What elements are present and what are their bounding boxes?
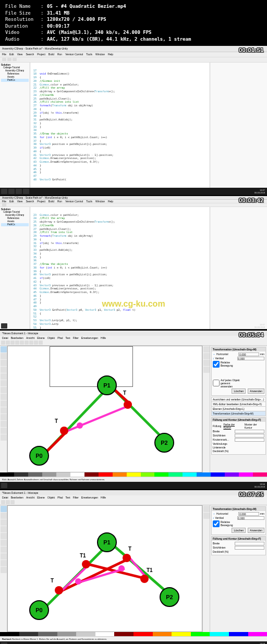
toolbar-stop-icon[interactable]	[13, 58, 17, 61]
tb-zoom-icon[interactable]	[39, 341, 43, 345]
toolbar-debug-icon[interactable]	[2, 58, 6, 61]
windows-start-icon[interactable]	[1, 323, 7, 329]
node-t-left[interactable]	[60, 427, 68, 435]
text-tool-icon[interactable]	[1, 553, 7, 560]
tb-undo-icon[interactable]	[20, 341, 24, 345]
taskbar-1[interactable]: 14:0706.03.2018	[0, 188, 267, 195]
menu-tools[interactable]: Tools	[86, 200, 92, 203]
inp-horizontal[interactable]: 0,000	[238, 353, 259, 356]
windows-start-icon[interactable]	[1, 189, 7, 194]
task-icon[interactable]	[23, 189, 29, 194]
color-palette-4[interactable]	[0, 632, 267, 636]
right-panel-4[interactable]: Transformation (Umschalt+Strg+M) ↔Horizo…	[210, 505, 267, 632]
pencil-tool-icon[interactable]	[1, 540, 7, 546]
task-icon[interactable]	[16, 189, 22, 194]
node-t1-right[interactable]	[123, 554, 131, 562]
menu-hilfe[interactable]: Hilfe	[101, 496, 106, 499]
rect-tool-icon[interactable]	[1, 519, 7, 526]
connector-tool-icon[interactable]	[1, 434, 7, 441]
snap-bbox-icon[interactable]	[203, 367, 210, 373]
pencil-tool-icon[interactable]	[1, 387, 7, 393]
gradient-tool-icon[interactable]	[1, 560, 7, 566]
menu-file[interactable]: File	[2, 200, 6, 203]
tb-open-icon[interactable]	[6, 341, 10, 345]
node-interp[interactable]	[77, 422, 83, 429]
menu-pfad[interactable]: Pfad	[57, 336, 63, 339]
inp-v4[interactable]: 0,000	[237, 516, 265, 520]
menu-tools[interactable]: Tools	[86, 53, 92, 56]
code-editor-1[interactable]: 1718192021222324252627282930313233343536…	[30, 63, 210, 188]
inp-vertical[interactable]: 0,000	[237, 357, 265, 360]
menu-build[interactable]: Build	[48, 200, 54, 203]
chk-apply-each[interactable]	[213, 380, 220, 386]
snap-icon[interactable]	[203, 346, 210, 353]
star-tool-icon[interactable]	[1, 373, 7, 380]
selector-tool-icon[interactable]	[1, 346, 7, 353]
solution-explorer-2[interactable]: Solution Cabege-Tutorial Assembly-CSharp…	[0, 207, 30, 330]
chk-relative-4[interactable]	[213, 520, 220, 527]
toolbar-play-icon[interactable]	[7, 58, 11, 61]
menubar-1[interactable]: File Edit View Search Project Build Run …	[0, 52, 267, 57]
node-p2[interactable]: P2	[154, 433, 174, 453]
bezier-tool-icon[interactable]	[1, 546, 7, 553]
menu-run[interactable]: Run	[57, 200, 62, 203]
menu-hilfe[interactable]: Hilfe	[101, 336, 106, 339]
menu-objekt[interactable]: Objekt	[47, 336, 55, 339]
command-bar-4[interactable]	[202, 505, 210, 632]
text-tool-icon[interactable]	[1, 407, 7, 414]
dropper-tool-icon[interactable]	[1, 421, 7, 427]
task-icon[interactable]	[8, 189, 15, 194]
tb-print-icon[interactable]	[15, 341, 19, 345]
calligraphy-tool-icon[interactable]	[1, 400, 7, 407]
section-transform[interactable]: Transformation (Umschalt+Strg+M)	[212, 411, 265, 416]
color-palette[interactable]	[0, 472, 267, 477]
menubar-4[interactable]: Datei Bearbeiten Ansicht Ebene Objekt Pf…	[0, 495, 267, 500]
gradient-tool-icon[interactable]	[1, 414, 7, 420]
menu-edit[interactable]: Edit	[9, 53, 14, 56]
menu-datei[interactable]: Datei	[2, 336, 8, 339]
chk-relative[interactable]	[213, 361, 220, 368]
ellipse-tool-icon[interactable]	[1, 526, 7, 532]
menu-window[interactable]: Window	[95, 200, 105, 203]
toolbar-debug-icon[interactable]	[2, 203, 6, 206]
menu-filter[interactable]: Filter	[73, 496, 79, 499]
menu-project[interactable]: Project	[37, 200, 45, 203]
tb-paste-icon[interactable]	[34, 341, 38, 345]
node-t0[interactable]	[55, 586, 63, 594]
system-tray[interactable]: 14:0706.03.2018	[254, 189, 266, 194]
menu-view[interactable]: View	[17, 200, 23, 203]
tool-palette-4[interactable]	[0, 505, 7, 632]
solution-explorer[interactable]: Solution Cabege-Tutorial Assembly-CSharp…	[0, 63, 30, 188]
windows-start-icon[interactable]	[1, 642, 7, 644]
node-interp-b[interactable]	[118, 565, 125, 572]
menu-pfad[interactable]: Pfad	[57, 496, 63, 499]
menu-bearbeiten[interactable]: Bearbeiten	[11, 336, 23, 339]
tree-pathcs[interactable]: PathCs	[1, 223, 29, 226]
tb-save-icon[interactable]	[10, 500, 15, 504]
btn-clear-4[interactable]: Löschen	[232, 528, 246, 533]
selector-tool-icon[interactable]	[1, 506, 7, 512]
inp-width[interactable]	[235, 430, 264, 433]
tab-stroke-paint[interactable]: Farbe der Kontur	[223, 423, 242, 429]
btn-clear[interactable]: Löschen	[232, 388, 246, 394]
menu-build[interactable]: Build	[48, 53, 54, 56]
snap-node-icon[interactable]	[203, 513, 210, 519]
right-panel-3[interactable]: Transformation (Umschalt+Strg+M) ↔Horizo…	[210, 346, 267, 472]
node-p0[interactable]: P0	[29, 600, 49, 620]
command-bar[interactable]	[202, 346, 210, 472]
node-p2[interactable]: P2	[160, 587, 179, 607]
menu-erweiterungen[interactable]: Erweiterungen	[81, 336, 98, 339]
menu-search[interactable]: Search	[26, 200, 34, 203]
node-tool-icon[interactable]	[1, 513, 7, 519]
canvas-3[interactable]: P0 P1 P2 T T	[7, 346, 202, 472]
tb-new-icon[interactable]	[1, 500, 5, 504]
node-t2[interactable]	[140, 575, 149, 583]
bezier-tool-icon[interactable]	[1, 394, 7, 400]
toolbar-3[interactable]	[0, 341, 267, 346]
tab-fill[interactable]: Füllung	[213, 424, 221, 428]
node-interp-a[interactable]	[75, 578, 81, 585]
tb-redo-icon[interactable]	[25, 341, 29, 345]
taskbar-3[interactable]: 13:5606.03.2018	[0, 482, 267, 489]
node-tool-icon[interactable]	[1, 353, 7, 359]
menu-file[interactable]: File	[2, 53, 6, 56]
